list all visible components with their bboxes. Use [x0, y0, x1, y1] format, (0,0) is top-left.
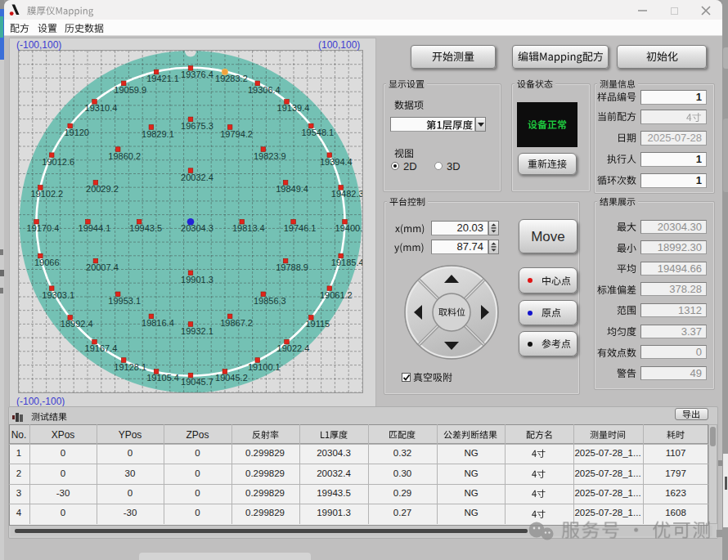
svg-text:19901.3: 19901.3	[181, 275, 213, 284]
svg-text:19185.4: 19185.4	[331, 258, 362, 267]
svg-text:19128.1: 19128.1	[114, 362, 146, 372]
svg-text:19823.9: 19823.9	[254, 151, 286, 161]
svg-text:19012.6: 19012.6	[42, 157, 74, 167]
svg-text:19283.2: 19283.2	[215, 74, 248, 83]
svg-text:19482.3: 19482.3	[331, 189, 362, 199]
svg-text:19816.4: 19816.4	[142, 318, 174, 328]
svg-text:19944.1: 19944.1	[79, 223, 111, 233]
svg-text:19860.2: 19860.2	[108, 151, 141, 161]
svg-text:19303.1: 19303.1	[42, 290, 74, 300]
svg-text:18992.4: 18992.4	[61, 319, 93, 329]
svg-text:19115: 19115	[305, 319, 330, 329]
svg-text:19932.1: 19932.1	[181, 326, 213, 336]
svg-text:19746.1: 19746.1	[284, 223, 317, 233]
svg-text:19066: 19066	[34, 258, 60, 267]
svg-text:19794.2: 19794.2	[220, 129, 253, 139]
svg-text:19120: 19120	[64, 128, 89, 137]
svg-text:19045.7: 19045.7	[181, 377, 213, 387]
svg-text:19306.4: 19306.4	[248, 85, 281, 95]
svg-text:19170.4: 19170.4	[27, 223, 60, 233]
svg-text:19813.4: 19813.4	[232, 223, 265, 233]
svg-text:19102.2: 19102.2	[30, 189, 63, 199]
svg-text:19310.4: 19310.4	[85, 103, 118, 113]
svg-text:19867.2: 19867.2	[220, 318, 253, 328]
svg-text:20029.2: 20029.2	[86, 184, 119, 194]
svg-text:19376.4: 19376.4	[181, 69, 213, 79]
svg-text:19400.1: 19400.1	[335, 223, 362, 233]
svg-text:20032.4: 20032.4	[181, 172, 213, 182]
svg-text:19675.3: 19675.3	[181, 121, 213, 131]
svg-text:19849.4: 19849.4	[276, 184, 308, 194]
svg-text:19829.1: 19829.1	[142, 129, 174, 139]
svg-text:19548.1: 19548.1	[301, 128, 334, 137]
svg-text:20304.3: 20304.3	[181, 223, 213, 233]
svg-text:19788.9: 19788.9	[276, 262, 308, 272]
svg-text:19022.4: 19022.4	[277, 343, 310, 353]
svg-text:19059.9: 19059.9	[114, 85, 146, 95]
svg-text:19943.5: 19943.5	[129, 223, 162, 233]
svg-text:19100.1: 19100.1	[248, 362, 281, 372]
svg-text:19421.1: 19421.1	[146, 74, 179, 83]
svg-text:19167.4: 19167.4	[85, 343, 118, 353]
svg-text:19139.4: 19139.4	[277, 103, 310, 113]
svg-text:19105.4: 19105.4	[146, 373, 179, 383]
svg-text:19045.2: 19045.2	[215, 373, 248, 383]
svg-text:19856.3: 19856.3	[254, 296, 286, 306]
svg-text:19061.2: 19061.2	[320, 290, 353, 300]
svg-text:19953.1: 19953.1	[108, 296, 141, 306]
svg-text:19394.4: 19394.4	[320, 157, 353, 167]
svg-text:20007.4: 20007.4	[86, 262, 119, 272]
